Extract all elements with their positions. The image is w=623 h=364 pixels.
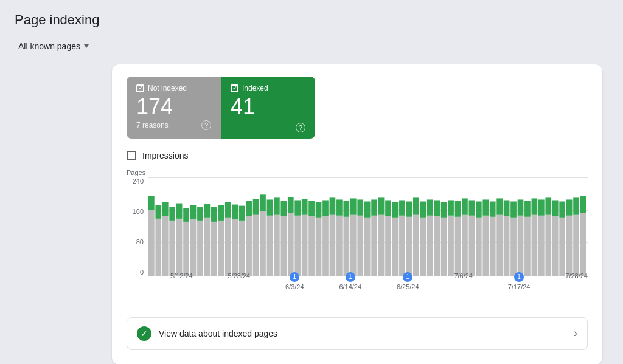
x-label-1: 5/23/24 [228, 272, 251, 290]
svg-rect-65 [371, 215, 377, 275]
x-label-4: 1 6/25/24 [397, 272, 419, 290]
svg-rect-29 [246, 216, 252, 275]
svg-rect-87 [448, 215, 454, 275]
notif-circle-3: 1 [403, 272, 412, 282]
svg-rect-70 [385, 200, 391, 216]
svg-rect-55 [336, 215, 343, 275]
svg-rect-84 [434, 200, 440, 216]
indexed-block: Indexed 41 ? [221, 77, 315, 139]
svg-rect-74 [399, 200, 405, 215]
svg-rect-66 [371, 199, 377, 215]
svg-rect-59 [350, 214, 357, 275]
svg-rect-124 [573, 197, 579, 214]
svg-rect-26 [232, 204, 238, 219]
notif-circle-1: 1 [290, 272, 299, 282]
svg-rect-116 [545, 197, 551, 214]
svg-rect-122 [566, 199, 573, 215]
view-data-label: View data about indexed pages [159, 329, 277, 338]
filter-dropdown[interactable]: All known pages [15, 39, 92, 53]
stats-row: Not indexed 174 7 reasons ? Indexed 41 ? [127, 77, 315, 139]
svg-rect-77 [413, 214, 419, 275]
svg-rect-8 [169, 207, 175, 220]
svg-rect-85 [441, 217, 447, 275]
svg-rect-102 [496, 198, 503, 214]
x-label-5: 7/6/24 [454, 272, 473, 290]
svg-rect-81 [427, 215, 433, 275]
chart-container: Pages 240 160 80 0 [127, 169, 588, 290]
y-axis-label: Pages [127, 169, 145, 176]
not-indexed-sub: 7 reasons ? [136, 120, 211, 130]
indexed-info-icon[interactable]: ? [296, 123, 305, 132]
svg-rect-90 [455, 201, 461, 216]
svg-rect-111 [532, 214, 538, 275]
filter-row: All known pages [15, 39, 608, 53]
not-indexed-info-icon[interactable]: ? [201, 120, 211, 130]
chevron-right-icon: › [574, 327, 577, 340]
svg-rect-115 [545, 214, 551, 275]
main-card: Not indexed 174 7 reasons ? Indexed 41 ? [112, 64, 602, 364]
svg-rect-104 [504, 200, 510, 216]
not-indexed-checkbox[interactable] [136, 84, 144, 92]
svg-rect-125 [580, 213, 586, 275]
y-value-240: 240 [127, 177, 144, 185]
svg-rect-58 [343, 201, 349, 216]
svg-rect-50 [316, 202, 322, 217]
svg-rect-94 [469, 200, 475, 215]
indexed-label: Indexed [242, 84, 268, 92]
svg-rect-25 [232, 219, 238, 275]
svg-rect-91 [462, 214, 468, 275]
svg-rect-112 [532, 198, 538, 214]
svg-rect-69 [385, 216, 391, 275]
page-wrapper: Page indexing All known pages Not indexe… [0, 0, 623, 364]
svg-rect-118 [552, 200, 559, 216]
svg-rect-43 [294, 215, 301, 275]
svg-rect-67 [378, 214, 385, 275]
impressions-checkbox[interactable] [127, 151, 136, 160]
svg-rect-123 [573, 214, 579, 275]
svg-rect-39 [280, 216, 287, 275]
x-label-6: 1 7/17/24 [508, 272, 531, 290]
svg-rect-47 [308, 216, 315, 275]
svg-rect-16 [197, 207, 203, 220]
svg-rect-4 [155, 205, 161, 218]
chart-area: 5/12/24 5/23/24 1 6/3/24 1 6/14/24 1 [148, 177, 588, 276]
view-data-left: ✓ View data about indexed pages [137, 326, 277, 341]
svg-rect-10 [176, 203, 183, 218]
svg-rect-110 [524, 201, 531, 216]
svg-rect-17 [204, 217, 211, 275]
x-label-0: 5/12/24 [170, 272, 193, 290]
svg-rect-76 [406, 201, 412, 216]
svg-rect-93 [469, 215, 475, 275]
svg-rect-83 [434, 216, 440, 275]
svg-rect-34 [260, 194, 266, 211]
svg-rect-46 [302, 199, 308, 214]
svg-rect-53 [330, 214, 336, 275]
svg-rect-106 [510, 201, 517, 217]
svg-rect-21 [218, 220, 224, 275]
svg-rect-75 [406, 216, 412, 275]
svg-rect-119 [559, 217, 565, 275]
impressions-label: Impressions [142, 151, 188, 160]
svg-rect-63 [364, 217, 371, 275]
svg-rect-92 [462, 198, 468, 214]
svg-rect-56 [336, 199, 343, 215]
svg-rect-12 [183, 208, 189, 221]
svg-rect-117 [552, 216, 559, 275]
svg-rect-40 [280, 201, 287, 216]
svg-rect-7 [169, 220, 175, 275]
svg-rect-57 [343, 216, 349, 275]
not-indexed-block: Not indexed 174 7 reasons ? [127, 77, 221, 139]
svg-rect-97 [482, 215, 489, 275]
svg-rect-108 [518, 199, 524, 215]
svg-rect-13 [190, 219, 197, 275]
svg-rect-1 [148, 210, 155, 275]
view-data-row[interactable]: ✓ View data about indexed pages › [127, 317, 588, 350]
chevron-down-icon [84, 44, 89, 48]
chart-bars-svg [148, 177, 588, 276]
filter-label: All known pages [18, 41, 80, 51]
not-indexed-label-row: Not indexed [136, 84, 211, 92]
svg-rect-20 [211, 207, 217, 221]
indexed-checkbox[interactable] [231, 84, 238, 92]
svg-rect-95 [476, 217, 482, 275]
svg-rect-72 [392, 202, 399, 217]
